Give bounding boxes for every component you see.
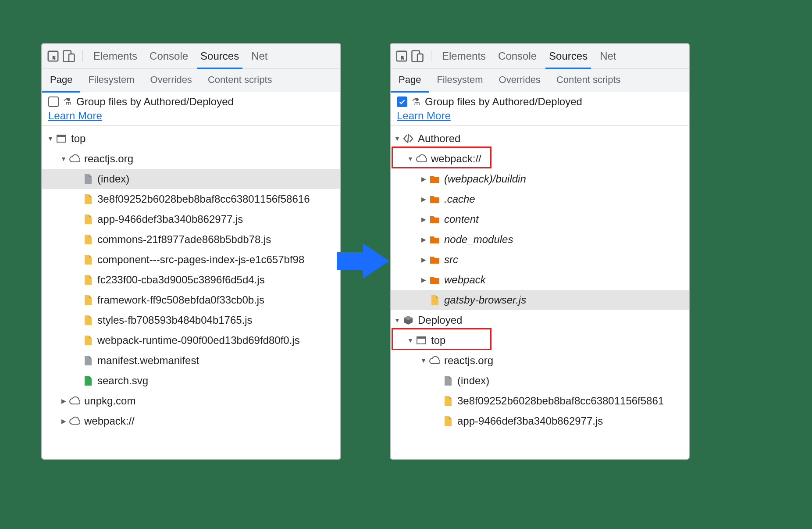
inspect-icon[interactable]: [46, 50, 60, 63]
tree-label: framework-ff9c508ebfda0f33cb0b.js: [97, 294, 264, 306]
disclosure-triangle-icon[interactable]: [420, 175, 427, 182]
subtab-page[interactable]: Page: [42, 68, 80, 93]
disclosure-triangle-icon[interactable]: [420, 357, 427, 364]
tree-file[interactable]: 3e8f09252b6028beb8baf8cc63801156f5861: [391, 391, 689, 411]
tree-file[interactable]: app-9466def3ba340b862977.js: [42, 209, 340, 229]
tree-file[interactable]: styles-fb708593b484b04b1765.js: [42, 310, 340, 330]
file-icon: [82, 354, 94, 367]
tree-label: webpack: [444, 274, 486, 286]
disclosure-triangle-icon[interactable]: [393, 135, 401, 142]
tree-file[interactable]: manifest.webmanifest: [42, 350, 340, 371]
subtab-filesystem[interactable]: Filesystem: [80, 68, 142, 93]
learn-more-link[interactable]: Learn More: [48, 110, 102, 122]
toolbar-separator: [82, 50, 83, 62]
disclosure-triangle-icon[interactable]: [60, 418, 68, 425]
tree-domain[interactable]: unpkg.com: [42, 391, 340, 411]
group-by-label: Group files by Authored/Deployed: [425, 96, 582, 108]
folder-icon: [428, 213, 441, 225]
disclosure-triangle-icon[interactable]: [420, 276, 427, 283]
tree-file[interactable]: (index): [42, 169, 340, 189]
cloud-icon: [68, 415, 81, 427]
tree-folder[interactable]: node_modules: [391, 229, 689, 250]
group-by-checkbox[interactable]: [397, 97, 407, 107]
tree-label: app-9466def3ba340b862977.js: [457, 415, 603, 427]
tree-file[interactable]: commons-21f8977ade868b5bdb78.js: [42, 229, 340, 250]
tree-file[interactable]: (index): [391, 371, 689, 391]
tree-folder[interactable]: .cache: [391, 189, 689, 209]
tree-label: component---src-pages-index-js-e1c657bf9…: [97, 254, 304, 266]
disclosure-triangle-icon[interactable]: [46, 135, 54, 142]
file-icon: [82, 375, 94, 387]
device-toolbar-icon[interactable]: [411, 50, 424, 63]
tree-label: (index): [457, 375, 489, 387]
code-icon: [402, 132, 414, 145]
file-tree: Authored webpack:// (webpack)/buildin .c…: [391, 126, 689, 433]
tree-folder[interactable]: (webpack)/buildin: [391, 169, 689, 189]
tree-file[interactable]: fc233f00-cba3d9005c3896f6d5d4.js: [42, 270, 340, 290]
learn-more-link[interactable]: Learn More: [397, 110, 451, 122]
tree-group-deployed[interactable]: Deployed: [391, 310, 689, 330]
tree-frame-top[interactable]: top: [391, 330, 689, 350]
device-toolbar-icon[interactable]: [62, 50, 75, 63]
disclosure-triangle-icon[interactable]: [420, 256, 427, 263]
file-icon: [82, 274, 94, 286]
subtab-page[interactable]: Page: [391, 68, 429, 93]
tab-elements[interactable]: Elements: [87, 44, 143, 68]
tree-label: search.svg: [97, 375, 148, 387]
frame-icon: [55, 132, 68, 145]
tree-label: Authored: [418, 132, 460, 145]
subtab-overrides[interactable]: Overrides: [142, 68, 200, 93]
experiment-icon: ⚗: [412, 96, 420, 107]
tab-console[interactable]: Console: [143, 44, 194, 68]
file-icon: [442, 375, 454, 387]
transition-arrow-icon: [337, 241, 389, 281]
disclosure-triangle-icon[interactable]: [406, 337, 414, 344]
tree-file[interactable]: webpack-runtime-090f00ed13bd69fd80f0.js: [42, 330, 340, 350]
tab-sources[interactable]: Sources: [543, 44, 594, 68]
tree-file[interactable]: 3e8f09252b6028beb8baf8cc63801156f58616: [42, 189, 340, 209]
tree-file[interactable]: gatsby-browser.js: [391, 290, 689, 310]
group-by-label: Group files by Authored/Deployed: [76, 96, 234, 108]
tree-file[interactable]: component---src-pages-index-js-e1c657bf9…: [42, 250, 340, 270]
disclosure-triangle-icon[interactable]: [393, 317, 401, 324]
inspect-icon[interactable]: [395, 50, 408, 63]
tree-label: fc233f00-cba3d9005c3896f6d5d4.js: [97, 274, 265, 286]
tab-network[interactable]: Net: [594, 44, 622, 68]
tree-domain[interactable]: webpack://: [42, 411, 340, 431]
file-icon: [82, 254, 94, 266]
group-by-checkbox[interactable]: [48, 97, 59, 107]
group-by-setting: ⚗ Group files by Authored/Deployed Learn…: [42, 92, 340, 126]
tree-domain[interactable]: reactjs.org: [391, 350, 689, 371]
tree-label: webpack://: [84, 415, 135, 427]
subtab-contentscripts[interactable]: Content scripts: [548, 68, 629, 93]
disclosure-triangle-icon[interactable]: [60, 397, 68, 404]
tree-folder[interactable]: content: [391, 209, 689, 229]
tree-file[interactable]: search.svg: [42, 371, 340, 391]
disclosure-triangle-icon[interactable]: [420, 216, 427, 223]
subtab-filesystem[interactable]: Filesystem: [429, 68, 491, 93]
tree-group-authored[interactable]: Authored: [391, 129, 689, 149]
tree-frame-top[interactable]: top: [42, 129, 340, 149]
subtab-contentscripts[interactable]: Content scripts: [200, 68, 280, 93]
tab-sources[interactable]: Sources: [194, 44, 245, 68]
tab-network[interactable]: Net: [245, 44, 274, 68]
tree-file[interactable]: framework-ff9c508ebfda0f33cb0b.js: [42, 290, 340, 310]
file-icon: [442, 415, 454, 427]
tree-folder[interactable]: src: [391, 250, 689, 270]
tree-folder[interactable]: webpack: [391, 270, 689, 290]
toolbar-separator: [431, 50, 431, 62]
tree-file[interactable]: app-9466def3ba340b862977.js: [391, 411, 689, 431]
disclosure-triangle-icon[interactable]: [406, 155, 414, 162]
disclosure-triangle-icon[interactable]: [420, 236, 427, 243]
tree-label: manifest.webmanifest: [97, 354, 199, 367]
file-icon: [82, 334, 94, 347]
devtools-panel-after: Elements Console Sources Net Page Filesy…: [390, 43, 690, 460]
tree-origin[interactable]: webpack://: [391, 149, 689, 169]
subtab-overrides[interactable]: Overrides: [491, 68, 548, 93]
tree-domain[interactable]: reactjs.org: [42, 149, 340, 169]
disclosure-triangle-icon[interactable]: [420, 196, 427, 203]
disclosure-triangle-icon[interactable]: [60, 155, 68, 162]
tab-console[interactable]: Console: [492, 44, 543, 68]
tree-label: gatsby-browser.js: [444, 294, 526, 306]
tab-elements[interactable]: Elements: [436, 44, 492, 68]
